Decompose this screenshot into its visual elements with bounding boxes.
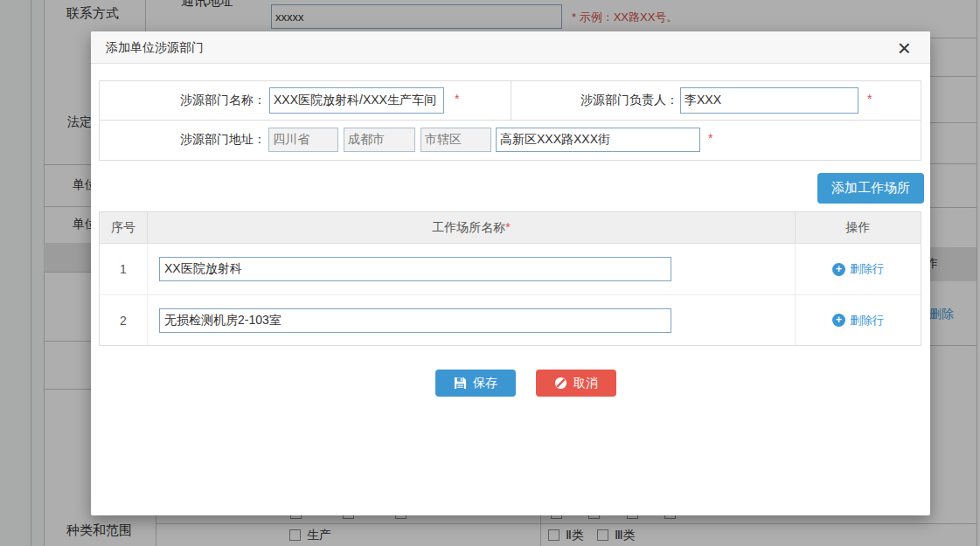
plus-circle-icon: +	[832, 314, 845, 327]
dept-name-input[interactable]	[269, 87, 444, 114]
dept-manager-input[interactable]	[680, 87, 858, 114]
action-column-header: 操作	[796, 212, 921, 243]
save-icon	[454, 377, 467, 390]
workplace-name-cell	[148, 295, 796, 345]
action-cell: +删除行	[796, 244, 921, 294]
add-source-department-dialog: 添加单位涉源部门 × 涉源部门名称： * 涉源部门负责人： * 涉源部门地址： …	[91, 31, 930, 515]
delete-row-button[interactable]: +删除行	[832, 261, 884, 277]
dialog-header: 添加单位涉源部门 ×	[91, 31, 930, 64]
required-asterisk: *	[455, 92, 459, 106]
plus-circle-icon: +	[832, 263, 845, 276]
street-input[interactable]	[496, 128, 700, 152]
cancel-button-label: 取消	[573, 376, 598, 391]
required-asterisk: *	[867, 92, 872, 106]
close-icon[interactable]: ×	[893, 33, 916, 63]
delete-row-label: 删除行	[850, 261, 884, 277]
dept-address-label: 涉源部门地址：	[100, 132, 266, 148]
delete-row-label: 删除行	[850, 313, 884, 328]
action-cell: +删除行	[796, 295, 921, 345]
required-asterisk: *	[505, 220, 510, 234]
table-row: 2 +删除行	[100, 295, 921, 345]
dept-name-label: 涉源部门名称：	[100, 93, 266, 108]
page: 联系方式 通讯地址 * 示例：XX路XX号。 法定 单位 单位 作 删除 种类和…	[0, 0, 980, 546]
workplace-table: 序号 工作场所名称* 操作 1 +删除行 2 +删除行	[99, 211, 921, 346]
row-index: 1	[100, 244, 148, 294]
form-row: 涉源部门名称： * 涉源部门负责人： *	[100, 81, 921, 121]
dialog-title: 添加单位涉源部门	[106, 31, 204, 63]
delete-row-button[interactable]: +删除行	[832, 313, 884, 328]
workplace-name-input[interactable]	[159, 308, 671, 333]
cancel-icon	[554, 377, 567, 390]
table-row: 1 +删除行	[100, 244, 921, 295]
city-input[interactable]	[344, 128, 415, 152]
row-index: 2	[100, 295, 148, 345]
district-input[interactable]	[420, 128, 491, 152]
save-button[interactable]: 保存	[435, 370, 516, 397]
department-form: 涉源部门名称： * 涉源部门负责人： * 涉源部门地址： *	[99, 80, 921, 161]
province-input[interactable]	[268, 128, 338, 152]
cancel-button[interactable]: 取消	[536, 370, 616, 397]
required-asterisk: *	[708, 131, 712, 145]
workplace-name-cell	[148, 244, 796, 294]
dept-manager-label: 涉源部门负责人：	[518, 93, 678, 108]
index-column-header: 序号	[100, 212, 148, 243]
divider	[511, 81, 511, 120]
workplace-name-column-header: 工作场所名称*	[148, 212, 796, 243]
table-header-row: 序号 工作场所名称* 操作	[100, 212, 921, 244]
form-row: 涉源部门地址： *	[100, 121, 921, 160]
workplace-name-header-text: 工作场所名称	[432, 220, 505, 234]
add-workplace-button[interactable]: 添加工作场所	[817, 173, 924, 204]
save-button-label: 保存	[473, 376, 497, 391]
workplace-name-input[interactable]	[159, 257, 671, 281]
